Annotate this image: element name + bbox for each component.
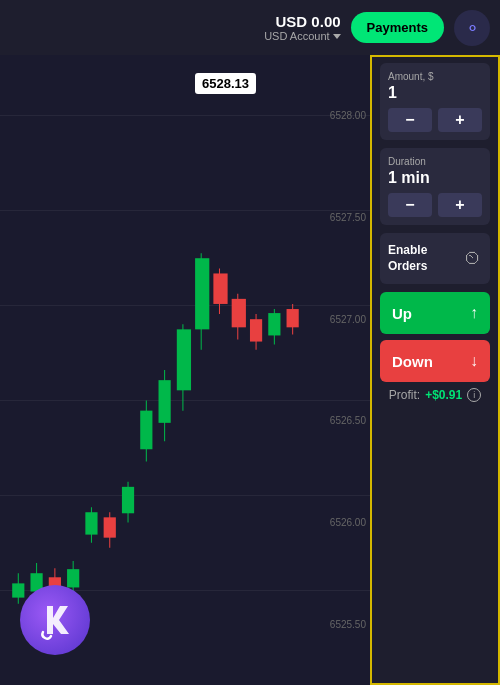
amount-label: Amount, $ [388,71,482,82]
amount-stepper-row: − + [388,108,482,132]
y-label: 6527.00 [315,314,370,325]
up-label: Up [392,305,412,322]
svg-rect-23 [213,273,227,303]
y-label: 6525.50 [315,619,370,630]
account-balance: USD 0.00 [276,13,341,30]
enable-orders-button[interactable]: EnableOrders ⏲ [380,233,490,284]
svg-rect-29 [268,313,280,335]
svg-rect-11 [104,517,116,537]
down-button[interactable]: Down ↓ [380,340,490,382]
amount-decrement-button[interactable]: − [388,108,432,132]
duration-section: Duration 1 min − + [380,148,490,225]
amount-section: Amount, $ 1 − + [380,63,490,140]
clock-icon: ⏲ [464,248,482,269]
svg-rect-13 [122,487,134,513]
down-label: Down [392,353,433,370]
svg-rect-25 [232,299,246,327]
svg-rect-17 [159,380,171,423]
logo [20,585,90,655]
header: USD 0.00 USD Account Payments ⚬ [0,0,500,55]
svg-rect-27 [250,319,262,341]
y-label: 6528.00 [315,110,370,121]
account-name[interactable]: USD Account [264,30,340,42]
panel-top-border [370,55,500,57]
svg-rect-9 [85,512,97,534]
payments-button[interactable]: Payments [351,12,444,43]
duration-decrement-button[interactable]: − [388,193,432,217]
amount-increment-button[interactable]: + [438,108,482,132]
right-panel: Amount, $ 1 − + Duration 1 min − + Enabl… [370,55,500,685]
y-label: 6527.50 [315,212,370,223]
chevron-down-icon [333,34,341,39]
down-arrow-icon: ↓ [470,352,478,370]
svg-rect-31 [287,309,299,327]
duration-value: 1 min [388,169,482,187]
enable-orders-label: EnableOrders [388,243,427,274]
up-arrow-icon: ↑ [470,304,478,322]
info-icon[interactable]: i [467,388,481,402]
profit-row: Profit: +$0.91 i [380,388,490,402]
account-info: USD 0.00 USD Account [264,13,340,42]
svg-rect-21 [195,258,209,329]
profit-value: +$0.91 [425,388,462,402]
duration-stepper-row: − + [388,193,482,217]
y-label: 6526.00 [315,517,370,528]
svg-rect-15 [140,411,152,450]
svg-rect-19 [177,329,191,390]
y-axis: 6528.00 6527.50 6527.00 6526.50 6526.00 … [315,55,370,685]
svg-rect-7 [67,569,79,587]
svg-rect-1 [12,583,24,597]
logo-svg [33,598,77,642]
profit-label: Profit: [389,388,420,402]
up-button[interactable]: Up ↑ [380,292,490,334]
duration-label: Duration [388,156,482,167]
duration-increment-button[interactable]: + [438,193,482,217]
current-price-label: 6528.13 [195,73,256,94]
amount-value: 1 [388,84,482,102]
user-icon: ⚬ [465,17,480,39]
avatar-button[interactable]: ⚬ [454,10,490,46]
y-label: 6526.50 [315,415,370,426]
